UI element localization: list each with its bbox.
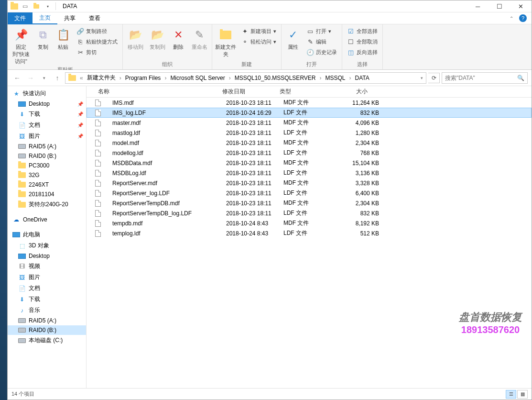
rename-button[interactable]: ✎重命名 [190, 26, 209, 51]
nav-raid0[interactable]: RAID0 (B:) [8, 151, 86, 161]
table-row[interactable]: ReportServer_log.LDF 2018-10-23 18:11 LD… [87, 188, 532, 198]
nav-music[interactable]: ♪音乐 [8, 305, 86, 316]
close-button[interactable]: ✕ [510, 0, 532, 12]
invertsel-button[interactable]: ◫反向选择 [345, 47, 380, 57]
edit-button[interactable]: ✎编辑 [304, 37, 339, 46]
selectnone-button[interactable]: ☐全部取消 [345, 37, 380, 46]
document-icon: 📄 [18, 285, 26, 292]
nav-pictures[interactable]: 🖼图片📌 [8, 131, 86, 142]
delete-button[interactable]: ✕删除 [170, 26, 187, 51]
nav-raid0b[interactable]: RAID0 (B:) [8, 325, 86, 335]
history-button[interactable]: 🕘历史记录 [304, 47, 339, 57]
file-icon [94, 200, 102, 207]
breadcrumb-seg[interactable]: Program Files [122, 73, 164, 83]
tab-view[interactable]: 查看 [82, 12, 107, 24]
moveto-button[interactable]: 📂移动到 [126, 26, 145, 51]
col-type[interactable]: 类型 [276, 88, 328, 96]
nav-videos[interactable]: 🎞视频 [8, 261, 86, 272]
breadcrumb-seg[interactable]: MSSQL10_50.MSSQLSERVER [232, 73, 319, 83]
tab-file[interactable]: 文件 [8, 12, 33, 24]
search-box[interactable]: 🔍 [442, 72, 528, 84]
back-button[interactable]: ← [11, 72, 23, 84]
nav-desktop2[interactable]: Desktop [8, 251, 86, 261]
nav-desktop[interactable]: Desktop📌 [8, 99, 86, 109]
pasteshortcut-button[interactable]: ⎘粘贴快捷方式 [75, 37, 119, 46]
breadcrumb-seg[interactable]: MSSQL [323, 73, 348, 83]
nav-raid5[interactable]: RAID5 (A:) [8, 142, 86, 151]
qat-properties-icon[interactable]: ▭ [20, 1, 30, 11]
nav-localc[interactable]: 本地磁盘 (C:) [8, 335, 86, 346]
nav-documents[interactable]: 📄文档📌 [8, 120, 86, 131]
qat-dropdown-icon[interactable]: ▾ [43, 1, 53, 11]
copyto-button[interactable]: 📂复制到 [148, 26, 167, 51]
column-headers[interactable]: 名称 修改日期 类型 大小 [87, 86, 532, 98]
file-icon [94, 129, 102, 137]
newfolder-button[interactable]: 新建文件夹 [215, 26, 236, 58]
file-icon [94, 99, 102, 107]
nav-thispc[interactable]: 此电脑 [8, 229, 86, 240]
help-icon[interactable]: ? [519, 14, 527, 22]
breadcrumb[interactable]: « 新建文件夹› Program Files› Microsoft SQL Se… [65, 72, 426, 84]
easyaccess-icon: ⚬ [241, 38, 249, 45]
col-date[interactable]: 修改日期 [218, 88, 276, 96]
tab-home[interactable]: 主页 [33, 12, 57, 24]
table-row[interactable]: templog.ldf 2018-10-24 8:43 LDF 文件 512 K… [87, 228, 532, 238]
pin-button[interactable]: 📌固定到"快速访问" [11, 26, 32, 65]
copypath-button[interactable]: 🔗复制路径 [75, 26, 119, 36]
recent-dropdown[interactable]: ▾ [38, 72, 50, 84]
view-details-button[interactable]: ☰ [506, 390, 516, 399]
breadcrumb-seg[interactable]: DATA [352, 73, 372, 83]
table-row[interactable]: model.mdf 2018-10-23 18:11 MDF 文件 2,304 … [87, 138, 532, 148]
copy-button[interactable]: ⧉复制 [34, 26, 52, 51]
nav-documents2[interactable]: 📄文档 [8, 283, 86, 294]
table-row[interactable]: IMS.mdf 2018-10-23 18:11 MDF 文件 11,264 K… [87, 98, 532, 108]
table-row[interactable]: modellog.ldf 2018-10-23 18:11 LDF 文件 768… [87, 148, 532, 158]
cut-button[interactable]: ✂剪切 [75, 47, 119, 57]
nav-downloads[interactable]: ⬇下载📌 [8, 109, 86, 120]
selectall-button[interactable]: ☑全部选择 [345, 26, 380, 36]
nav-3dobjects[interactable]: ⬚3D 对象 [8, 240, 86, 251]
view-icons-button[interactable]: ▦ [517, 390, 528, 399]
forward-button[interactable]: → [25, 72, 36, 84]
table-row[interactable]: tempdb.mdf 2018-10-24 8:43 MDF 文件 8,192 … [87, 218, 532, 228]
nav-pictures2[interactable]: 🖼图片 [8, 272, 86, 283]
up-button[interactable]: ↑ [52, 72, 63, 84]
table-row[interactable]: MSDBLog.ldf 2018-10-23 18:11 LDF 文件 3,13… [87, 168, 532, 178]
nav-downloads2[interactable]: ⬇下载 [8, 294, 86, 305]
file-list[interactable]: 名称 修改日期 类型 大小 IMS.mdf 2018-10-23 18:11 M… [87, 86, 532, 388]
qat-newfolder-icon[interactable] [32, 1, 41, 11]
col-name[interactable]: 名称 [94, 88, 218, 96]
nav-pc3000[interactable]: PC3000 [8, 161, 86, 170]
navigation-pane[interactable]: ★快速访问 Desktop📌 ⬇下载📌 📄文档📌 🖼图片📌 RAID5 (A:)… [8, 86, 87, 388]
nav-raid5b[interactable]: RAID5 (A:) [8, 316, 86, 325]
history-icon: 🕘 [306, 48, 314, 56]
table-row[interactable]: ReportServerTempDB.mdf 2018-10-23 18:11 … [87, 198, 532, 208]
refresh-button[interactable]: ⟳ [428, 73, 440, 83]
nav-20181104[interactable]: 20181104 [8, 189, 86, 199]
nav-2246xt[interactable]: 2246XT [8, 180, 86, 189]
properties-button[interactable]: ✓属性 [284, 26, 302, 51]
nav-quick-access[interactable]: ★快速访问 [8, 88, 86, 99]
easyaccess-button[interactable]: ⚬轻松访问▾ [239, 37, 278, 46]
col-size[interactable]: 大小 [328, 88, 371, 96]
tab-share[interactable]: 共享 [57, 12, 82, 24]
table-row[interactable]: ReportServerTempDB_log.LDF 2018-10-23 18… [87, 208, 532, 218]
maximize-button[interactable]: ☐ [489, 0, 510, 12]
search-input[interactable] [445, 75, 517, 81]
newitem-button[interactable]: ✦新建项目▾ [239, 26, 278, 36]
table-row[interactable]: IMS_log.LDF 2018-10-24 16:29 LDF 文件 832 … [87, 108, 532, 118]
table-row[interactable]: mastlog.ldf 2018-10-23 18:11 LDF 文件 1,28… [87, 128, 532, 138]
pin-icon: 📌 [13, 27, 29, 43]
nav-intel[interactable]: 英特尔240G-20 [8, 199, 86, 210]
paste-button[interactable]: 📋粘贴 [54, 26, 72, 51]
table-row[interactable]: master.mdf 2018-10-23 18:11 MDF 文件 4,096… [87, 118, 532, 128]
minimize-button[interactable]: ─ [467, 0, 489, 12]
nav-32g[interactable]: 32G [8, 170, 86, 180]
table-row[interactable]: ReportServer.mdf 2018-10-23 18:11 MDF 文件… [87, 178, 532, 188]
table-row[interactable]: MSDBData.mdf 2018-10-23 18:11 MDF 文件 15,… [87, 158, 532, 168]
breadcrumb-seg[interactable]: Microsoft SQL Server [167, 73, 228, 83]
breadcrumb-seg[interactable]: 新建文件夹 [84, 73, 119, 83]
open-button[interactable]: ▭打开▾ [304, 26, 339, 36]
ribbon-collapse-icon[interactable]: ⌃ [510, 16, 513, 21]
nav-onedrive[interactable]: ☁OneDrive [8, 215, 86, 224]
